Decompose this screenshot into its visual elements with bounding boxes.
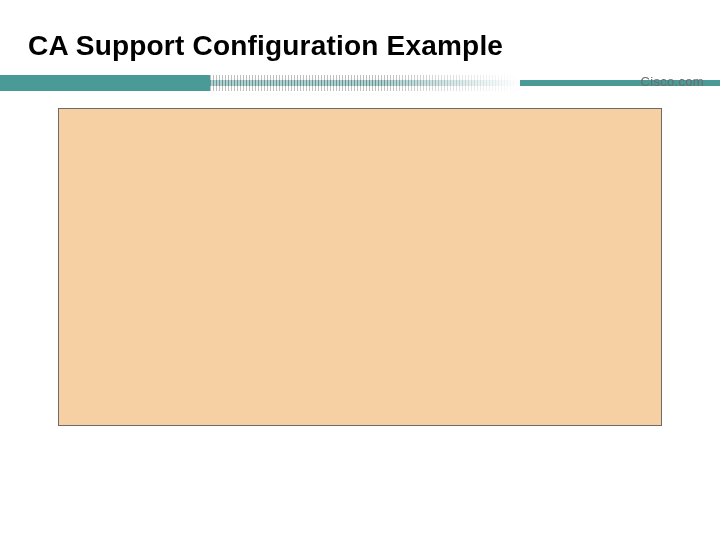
content-box (58, 108, 662, 426)
slide: CA Support Configuration Example Cisco.c… (0, 0, 720, 540)
divider-hatch-fade (210, 75, 520, 91)
brand-label: Cisco.com (641, 74, 704, 89)
divider-accent (0, 75, 210, 91)
slide-title: CA Support Configuration Example (28, 30, 503, 62)
divider-band (0, 72, 720, 92)
brand-text: Cisco.com (641, 74, 704, 89)
